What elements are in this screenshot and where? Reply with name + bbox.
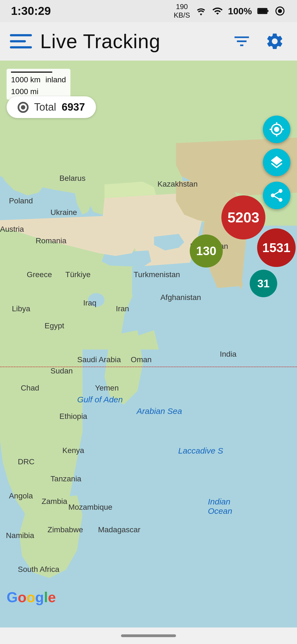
status-time: 1:30:29 (11, 4, 51, 18)
map-background (0, 61, 297, 627)
total-count: 6937 (62, 101, 85, 113)
signal-icon (212, 6, 223, 17)
cluster-130[interactable]: 130 (190, 234, 223, 268)
page-title: Live Tracking (40, 30, 221, 53)
layers-button[interactable] (263, 149, 290, 176)
google-logo: G o o g l e (7, 589, 56, 605)
status-bar: 1:30:29 190KB/S 100% (0, 0, 297, 22)
wifi-icon (195, 6, 207, 16)
share-button[interactable] (263, 182, 290, 209)
cluster-31[interactable]: 31 (250, 270, 277, 297)
total-badge[interactable]: Total 6937 (7, 96, 96, 118)
svg-point-7 (88, 293, 105, 307)
battery-percentage: 100% (228, 6, 252, 17)
equator-line (0, 367, 297, 367)
scale-mi: 1000 mi (11, 86, 66, 97)
settings-button[interactable] (262, 29, 287, 54)
map-container[interactable]: 1000 km inland 1000 mi Total 6937 Poland… (0, 61, 297, 627)
share-icon (269, 188, 284, 203)
total-radio-button[interactable] (18, 102, 29, 113)
cluster-1531[interactable]: 1531 (257, 228, 296, 267)
filter-button[interactable] (229, 29, 254, 54)
nav-bar (0, 627, 297, 644)
layers-icon (269, 155, 284, 170)
svg-rect-1 (258, 9, 266, 13)
location-icon (269, 122, 284, 137)
menu-button[interactable] (10, 30, 32, 52)
total-label: Total (34, 101, 56, 113)
record-icon (274, 5, 286, 17)
toolbar: Live Tracking (0, 22, 297, 61)
cluster-5203-value: 5203 (227, 209, 259, 226)
svg-point-3 (278, 9, 282, 13)
scale-inland: inland (45, 75, 66, 84)
cluster-1531-value: 1531 (262, 240, 290, 255)
location-button[interactable] (263, 116, 290, 143)
cluster-130-value: 130 (196, 244, 216, 258)
cluster-31-value: 31 (257, 277, 270, 290)
nav-handle (121, 634, 176, 637)
network-speed: 190KB/S (174, 2, 190, 20)
cluster-5203[interactable]: 5203 (221, 195, 265, 239)
scale-km: 1000 km (11, 75, 40, 84)
scale-bar: 1000 km inland 1000 mi (7, 69, 70, 100)
status-icons: 190KB/S 100% (174, 2, 286, 20)
battery-icon (257, 5, 269, 17)
